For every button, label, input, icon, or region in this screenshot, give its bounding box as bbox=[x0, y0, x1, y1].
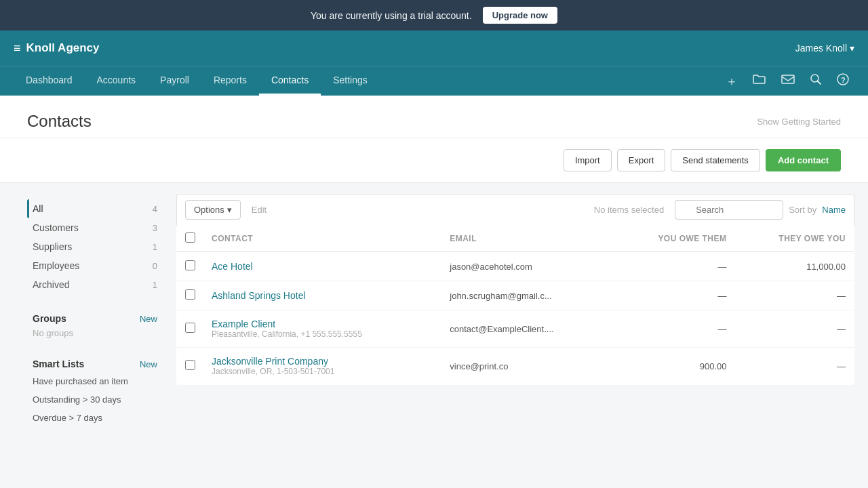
options-chevron: ▾ bbox=[227, 205, 232, 215]
row-they-owe-2: — bbox=[734, 310, 854, 348]
sidebar-smart-lists-header: Smart Lists New bbox=[27, 353, 163, 372]
sidebar-item-employees[interactable]: Employees 0 bbox=[27, 256, 163, 275]
row-you-owe-1: — bbox=[614, 281, 735, 310]
row-email-0: jason@acehotel.com bbox=[441, 252, 613, 281]
sidebar-smart-lists-label: Smart Lists bbox=[33, 359, 84, 369]
send-statements-button[interactable]: Send statements bbox=[671, 149, 760, 171]
sort-by-field[interactable]: Name bbox=[822, 205, 846, 215]
col-email: EMAIL bbox=[441, 226, 613, 252]
col-contact: CONTACT bbox=[203, 226, 441, 252]
sidebar-smart-lists-section: Smart Lists New Have purchased an item O… bbox=[27, 353, 163, 427]
contact-sub-3: Jacksonville, OR, 1-503-501-7001 bbox=[212, 367, 433, 376]
brand: ≡ Knoll Agency bbox=[14, 41, 100, 56]
svg-rect-0 bbox=[782, 75, 794, 83]
sidebar-item-archived[interactable]: Archived 1 bbox=[27, 275, 163, 294]
sidebar-employees-label: Employees bbox=[33, 260, 79, 271]
contact-name-0[interactable]: Ace Hotel bbox=[212, 261, 433, 272]
row-checkbox-cell bbox=[177, 252, 204, 281]
sidebar-item-all[interactable]: All 4 bbox=[27, 199, 163, 218]
sub-nav-icons: ＋ ? bbox=[720, 69, 854, 94]
sidebar-employees-count: 0 bbox=[153, 261, 157, 271]
nav-accounts[interactable]: Accounts bbox=[85, 66, 149, 96]
brand-name: Knoll Agency bbox=[26, 41, 100, 55]
contacts-table: CONTACT EMAIL YOU OWE THEM THEY OWE YOU … bbox=[176, 225, 854, 385]
table-row: Jacksonville Print Company Jacksonville,… bbox=[177, 348, 854, 385]
options-button[interactable]: Options ▾ bbox=[185, 200, 241, 220]
row-you-owe-3: 900.00 bbox=[614, 348, 735, 385]
sidebar-customers-label: Customers bbox=[33, 222, 79, 233]
sidebar-suppliers-count: 1 bbox=[153, 242, 157, 252]
filter-bar: Options ▾ Edit No items selected Sort by… bbox=[176, 194, 854, 225]
nav-dashboard[interactable]: Dashboard bbox=[14, 66, 85, 96]
table-row: Ace Hotel jason@acehotel.com — 11,000.00 bbox=[177, 252, 854, 281]
sidebar-smart-item-purchased[interactable]: Have purchased an item bbox=[27, 372, 163, 390]
nav-payroll[interactable]: Payroll bbox=[148, 66, 201, 96]
row-checkbox-3[interactable] bbox=[185, 360, 195, 370]
row-checkbox-0[interactable] bbox=[185, 260, 195, 270]
edit-button[interactable]: Edit bbox=[246, 201, 272, 219]
mail-button[interactable] bbox=[776, 70, 800, 92]
brand-icon: ≡ bbox=[14, 41, 21, 56]
main-content: All 4 Customers 3 Suppliers 1 Employees … bbox=[0, 183, 868, 488]
row-contact-2: Example Client Pleasantville, California… bbox=[203, 310, 441, 348]
contact-name-3[interactable]: Jacksonville Print Company bbox=[212, 356, 433, 367]
sidebar-item-customers[interactable]: Customers 3 bbox=[27, 218, 163, 237]
row-checkbox-1[interactable] bbox=[185, 289, 195, 300]
action-row: Import Export Send statements Add contac… bbox=[0, 138, 868, 183]
sort-by-label: Sort by bbox=[789, 205, 816, 215]
contact-name-1[interactable]: Ashland Springs Hotel bbox=[212, 290, 433, 301]
top-nav: ≡ Knoll Agency James Knoll ▾ bbox=[0, 30, 868, 66]
sidebar-smart-lists-new[interactable]: New bbox=[140, 359, 157, 369]
search-input[interactable] bbox=[675, 200, 783, 220]
sidebar-archived-label: Archived bbox=[33, 279, 69, 290]
row-checkbox-cell bbox=[177, 281, 204, 310]
row-you-owe-2: — bbox=[614, 310, 735, 348]
folder-button[interactable] bbox=[747, 70, 772, 92]
sidebar-item-suppliers[interactable]: Suppliers 1 bbox=[27, 237, 163, 256]
sidebar-smart-item-outstanding[interactable]: Outstanding > 30 days bbox=[27, 390, 163, 409]
table-row: Ashland Springs Hotel john.scrugham@gmai… bbox=[177, 281, 854, 310]
row-checkbox-cell bbox=[177, 310, 204, 348]
col-you-owe-them: YOU OWE THEM bbox=[614, 226, 735, 252]
search-button[interactable] bbox=[804, 69, 827, 93]
row-they-owe-3: — bbox=[734, 348, 854, 385]
row-contact-3: Jacksonville Print Company Jacksonville,… bbox=[203, 348, 441, 385]
sidebar-smart-item-overdue[interactable]: Overdue > 7 days bbox=[27, 409, 163, 427]
page-title: Contacts bbox=[27, 112, 92, 131]
nav-right: James Knoll ▾ bbox=[795, 43, 854, 54]
col-checkbox bbox=[177, 226, 204, 252]
sidebar-groups-new[interactable]: New bbox=[140, 314, 157, 324]
export-button[interactable]: Export bbox=[617, 149, 666, 171]
svg-line-2 bbox=[818, 81, 821, 85]
import-button[interactable]: Import bbox=[564, 149, 612, 171]
sub-nav: Dashboard Accounts Payroll Reports Conta… bbox=[0, 66, 868, 96]
select-all-checkbox[interactable] bbox=[185, 232, 195, 243]
nav-reports[interactable]: Reports bbox=[201, 66, 259, 96]
sidebar-groups-header: Groups New bbox=[27, 308, 163, 327]
show-getting-started[interactable]: Show Getting Started bbox=[757, 117, 841, 127]
trial-message: You are currently using a trial account. bbox=[311, 10, 472, 21]
sidebar-groups-section: Groups New No groups bbox=[27, 308, 163, 340]
add-contact-button[interactable]: Add contact bbox=[766, 149, 841, 171]
sidebar-suppliers-label: Suppliers bbox=[33, 241, 72, 252]
add-button[interactable]: ＋ bbox=[720, 69, 743, 94]
sidebar-customers-count: 3 bbox=[153, 223, 157, 233]
contact-name-2[interactable]: Example Client bbox=[212, 319, 433, 329]
upgrade-button[interactable]: Upgrade now bbox=[483, 7, 557, 24]
sub-nav-links: Dashboard Accounts Payroll Reports Conta… bbox=[14, 66, 720, 96]
dropdown-icon: ▾ bbox=[850, 43, 854, 54]
row-they-owe-1: — bbox=[734, 281, 854, 310]
sidebar-no-groups: No groups bbox=[27, 327, 163, 340]
sidebar-archived-count: 1 bbox=[153, 280, 157, 290]
sidebar: All 4 Customers 3 Suppliers 1 Employees … bbox=[27, 183, 163, 488]
contact-sub-2: Pleasantville, California, +1 555.555.55… bbox=[212, 329, 433, 339]
row-checkbox-2[interactable] bbox=[185, 323, 195, 333]
row-email-3: vince@print.co bbox=[441, 348, 613, 385]
col-they-owe-you: THEY OWE YOU bbox=[734, 226, 854, 252]
help-button[interactable]: ? bbox=[831, 69, 854, 93]
user-name[interactable]: James Knoll ▾ bbox=[795, 43, 854, 54]
nav-settings[interactable]: Settings bbox=[321, 66, 380, 96]
sidebar-all-label: All bbox=[33, 203, 43, 214]
nav-contacts[interactable]: Contacts bbox=[259, 66, 321, 96]
sidebar-all-count: 4 bbox=[153, 204, 157, 214]
